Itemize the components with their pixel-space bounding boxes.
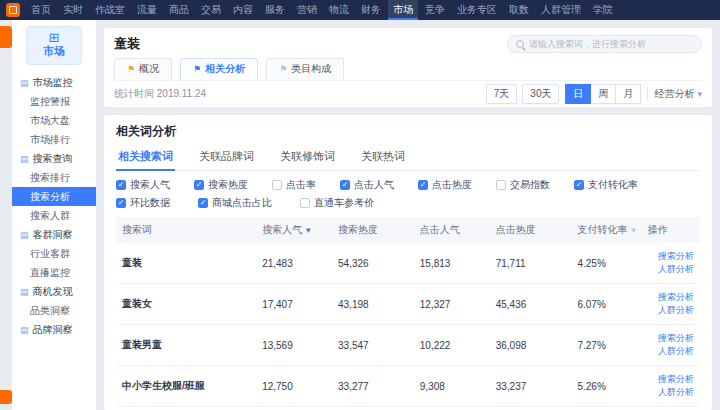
analysis-tab[interactable]: 相关搜索词 — [116, 145, 175, 170]
metric-checkbox[interactable]: 点击率 — [272, 178, 316, 192]
nav-item[interactable]: 商品 — [164, 0, 194, 20]
metric-checkbox[interactable]: ✓环比数据 — [116, 196, 170, 210]
metric-cell: 17,407 — [256, 284, 332, 325]
nav-item[interactable]: 首页 — [26, 0, 56, 20]
sidebar-item[interactable]: 商机发现 — [12, 282, 96, 301]
analysis-tab[interactable]: 关联热词 — [359, 145, 407, 170]
granularity-option[interactable]: 月 — [616, 84, 641, 104]
nav-item[interactable]: 人群管理 — [536, 0, 586, 20]
chevron-down-icon: ▾ — [697, 89, 702, 99]
metric-cell: 33,277 — [332, 366, 414, 407]
range-button[interactable]: 7天 — [486, 84, 518, 104]
metric-cell: 7.27% — [571, 325, 641, 366]
sidebar-item[interactable]: 品牌洞察 — [12, 320, 96, 339]
action-link[interactable]: 搜索分析 — [648, 250, 694, 263]
keyword-tab[interactable]: ⚑概况 — [114, 58, 172, 80]
metric-label: 直通车参考价 — [314, 196, 374, 210]
sidebar-item[interactable]: 行业客群 — [12, 244, 96, 263]
nav-item[interactable]: 物流 — [324, 0, 354, 20]
granularity-option[interactable]: 周 — [591, 84, 616, 104]
metric-checkbox[interactable]: ✓搜索人气 — [116, 178, 170, 192]
sidebar-item[interactable]: 客群洞察 — [12, 225, 96, 244]
folder-icon — [20, 153, 29, 164]
nav-item[interactable]: 内容 — [228, 0, 258, 20]
nav-item[interactable]: 作战室 — [90, 0, 130, 20]
sidebar-item-label: 行业客群 — [30, 247, 70, 261]
sidebar-item-label: 市场大盘 — [30, 114, 70, 128]
actions-cell: 搜索分析人群分析 — [642, 366, 700, 407]
action-link[interactable]: 搜索分析 — [648, 373, 694, 386]
search-icon — [516, 40, 524, 48]
more-action-label: 经营分析 — [654, 87, 694, 101]
keyword-search-input[interactable] — [529, 39, 693, 49]
module-collapse-tab[interactable] — [0, 26, 12, 48]
keyword-search-box[interactable] — [507, 35, 702, 53]
more-action-dropdown[interactable]: 经营分析 ▾ — [654, 87, 702, 101]
sidebar-item[interactable]: 监控警报 — [12, 92, 96, 111]
action-link[interactable]: 人群分析 — [648, 263, 694, 276]
sidebar-item[interactable]: 搜索人群 — [12, 206, 96, 225]
sidebar-item[interactable]: 直播监控 — [12, 263, 96, 282]
sidebar-module-badge[interactable]: ⊞ 市场 — [26, 26, 82, 65]
metric-checkbox[interactable]: ✓支付转化率 — [574, 178, 638, 192]
nav-item[interactable]: 市场 — [388, 0, 418, 20]
granularity-option[interactable]: 日 — [565, 84, 591, 104]
metric-checkbox[interactable]: ✓点击热度 — [418, 178, 472, 192]
metric-cell: 33,547 — [332, 325, 414, 366]
metric-checkbox[interactable]: ✓商城点击占比 — [198, 196, 272, 210]
sidebar-item[interactable]: 搜索查询 — [12, 149, 96, 168]
sidebar-item[interactable]: 搜索分析 — [12, 187, 96, 206]
keyword-tab-label: 类目构成 — [291, 62, 331, 76]
nav-item[interactable]: 财务 — [356, 0, 386, 20]
table-row: 中小学生校服/班服12,75033,2779,30833,2375.26%搜索分… — [116, 366, 700, 407]
nav-item[interactable]: 交易 — [196, 0, 226, 20]
nav-item[interactable]: 流量 — [132, 0, 162, 20]
metric-checkbox[interactable]: ✓搜索热度 — [194, 178, 248, 192]
sidebar-item[interactable]: 品类洞察 — [12, 301, 96, 320]
action-link[interactable]: 人群分析 — [648, 386, 694, 399]
related-words-card: 相关词分析 相关搜索词关联品牌词关联修饰词关联热词 ✓搜索人气✓搜索热度点击率✓… — [104, 115, 712, 410]
column-label: 搜索热度 — [338, 224, 378, 235]
action-link[interactable]: 人群分析 — [648, 304, 694, 317]
column-label: 搜索词 — [122, 224, 152, 235]
app-logo-icon[interactable] — [6, 3, 20, 17]
action-link[interactable]: 搜索分析 — [648, 291, 694, 304]
metric-checkbox[interactable]: 直通车参考价 — [300, 196, 374, 210]
metric-cell: 9,308 — [414, 366, 490, 407]
column-header[interactable]: 支付转化率▼ — [571, 217, 641, 243]
table-row: 童装21,48354,32615,81371,7114.25%搜索分析人群分析 — [116, 243, 700, 284]
action-link[interactable]: 人群分析 — [648, 345, 694, 358]
folder-icon — [20, 286, 29, 297]
nav-item[interactable]: 营销 — [292, 0, 322, 20]
checkbox-icon: ✓ — [116, 198, 126, 208]
sidebar-item-label: 直播监控 — [30, 266, 70, 280]
column-header[interactable]: 搜索人气▼ — [256, 217, 332, 243]
keyword-tab[interactable]: ⚑相关分析 — [180, 58, 258, 80]
metric-cell: 10,222 — [414, 325, 490, 366]
metric-checkbox[interactable]: 交易指数 — [496, 178, 550, 192]
analysis-tab[interactable]: 关联修饰词 — [278, 145, 337, 170]
sidebar-item[interactable]: 市场排行 — [12, 130, 96, 149]
nav-item[interactable]: 服务 — [260, 0, 290, 20]
nav-item[interactable]: 取数 — [504, 0, 534, 20]
nav-item[interactable]: 实时 — [58, 0, 88, 20]
sidebar-item[interactable]: 搜索排行 — [12, 168, 96, 187]
related-words-table: 搜索词搜索人气▼搜索热度点击人气点击热度支付转化率▼操作 童装21,48354,… — [116, 217, 700, 410]
range-button[interactable]: 30天 — [522, 84, 559, 104]
nav-item[interactable]: 竞争 — [420, 0, 450, 20]
keyword-tab[interactable]: ⚑类目构成 — [266, 58, 344, 80]
column-header: 搜索热度 — [332, 217, 414, 243]
feedback-tab[interactable] — [0, 390, 12, 404]
main-area: ⊞ 市场 市场监控监控警报市场大盘市场排行搜索查询搜索排行搜索分析搜索人群客群洞… — [0, 20, 720, 410]
nav-item[interactable]: 学院 — [588, 0, 618, 20]
sidebar-item[interactable]: 市场大盘 — [12, 111, 96, 130]
screen: 首页实时作战室流量商品交易内容服务营销物流财务市场竞争业务专区取数人群管理学院 … — [0, 0, 720, 410]
stat-time-label: 统计时间 2019.11.24 — [114, 87, 206, 101]
sidebar-item[interactable]: 市场监控 — [12, 73, 96, 92]
action-link[interactable]: 搜索分析 — [648, 332, 694, 345]
analysis-tab[interactable]: 关联品牌词 — [197, 145, 256, 170]
column-label: 点击热度 — [496, 224, 536, 235]
keyword-tab-label: 相关分析 — [205, 62, 245, 76]
nav-item[interactable]: 业务专区 — [452, 0, 502, 20]
metric-checkbox[interactable]: ✓点击人气 — [340, 178, 394, 192]
